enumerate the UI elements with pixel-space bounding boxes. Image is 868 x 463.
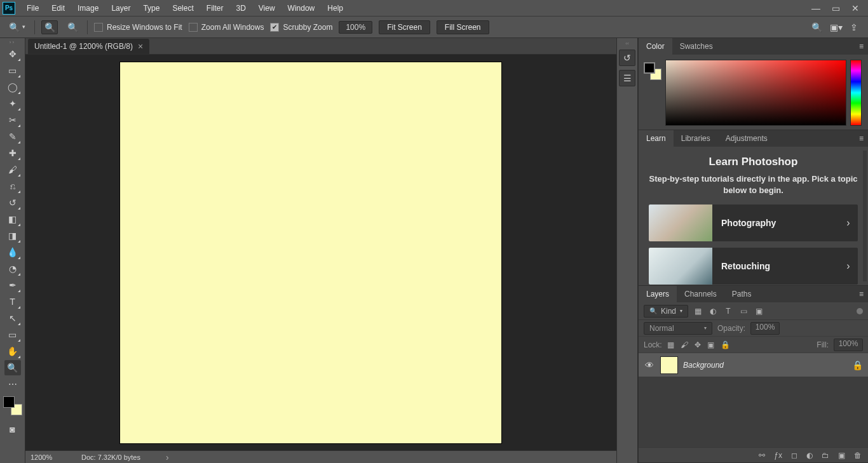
expand-panels-grip[interactable]: ‹‹ [625, 41, 628, 46]
zoom-percent-field[interactable]: 100% [339, 21, 372, 34]
checkbox-icon[interactable] [189, 23, 198, 32]
canvas[interactable] [120, 62, 501, 443]
filter-toggle-switch[interactable] [857, 308, 863, 314]
menu-view[interactable]: View [252, 0, 281, 17]
layer-thumbnail[interactable] [660, 356, 678, 374]
checkbox-icon[interactable] [94, 23, 103, 32]
dodge-tool[interactable]: ◔ [4, 261, 21, 276]
menu-filter[interactable]: Filter [200, 0, 230, 17]
lock-position-icon[interactable]: ✥ [695, 340, 701, 349]
quick-mask-toggle[interactable]: ◙ [4, 422, 21, 437]
resize-windows-option[interactable]: Resize Windows to Fit [94, 23, 182, 32]
panel-menu-icon[interactable]: ≡ [859, 134, 864, 143]
layer-row-background[interactable]: 👁 Background 🔒 [639, 353, 868, 377]
scrollbar[interactable] [863, 151, 867, 281]
maximize-button[interactable]: ▭ [832, 4, 840, 13]
type-tool[interactable]: T [4, 294, 21, 309]
lock-pixels-icon[interactable]: ▦ [667, 340, 674, 349]
tab-channels[interactable]: Channels [677, 286, 724, 302]
filter-adjust-icon[interactable]: ◐ [709, 307, 717, 316]
layers-filter-kind-dropdown[interactable]: 🔍 Kind ▾ [644, 305, 688, 318]
delete-layer-icon[interactable]: 🗑 [854, 451, 862, 460]
foreground-color-chip[interactable] [644, 62, 655, 74]
foreground-background-swatches[interactable] [3, 396, 22, 415]
tab-adjustments[interactable]: Adjustments [718, 130, 775, 147]
checkbox-checked-icon[interactable] [270, 23, 279, 32]
pen-tool[interactable]: ✒ [4, 278, 21, 293]
link-layers-icon[interactable]: ⚯ [759, 451, 765, 460]
panel-menu-icon[interactable]: ≡ [859, 42, 864, 51]
close-tab-icon[interactable]: × [138, 42, 143, 51]
tab-paths[interactable]: Paths [724, 286, 759, 302]
fill-field[interactable]: 100% [834, 339, 863, 351]
foreground-color-swatch[interactable] [3, 396, 15, 408]
panel-menu-icon[interactable]: ≡ [859, 290, 864, 299]
filter-shape-icon[interactable]: ▭ [739, 307, 748, 316]
zoom-all-option[interactable]: Zoom All Windows [189, 23, 264, 32]
search-icon[interactable]: 🔍 [811, 23, 822, 32]
menu-type[interactable]: Type [137, 0, 166, 17]
edit-toolbar-button[interactable]: ⋯ [4, 377, 21, 392]
brush-tool[interactable]: 🖌 [4, 162, 21, 177]
tab-libraries[interactable]: Libraries [674, 130, 718, 147]
hue-slider[interactable] [850, 60, 862, 126]
layer-group-icon[interactable]: 🗀 [822, 451, 829, 460]
menu-edit[interactable]: Edit [45, 0, 71, 17]
adjustment-layer-icon[interactable]: ◐ [806, 451, 813, 460]
menu-layer[interactable]: Layer [105, 0, 137, 17]
filter-pixel-icon[interactable]: ▦ [693, 307, 702, 316]
opacity-field[interactable]: 100% [750, 322, 780, 335]
layer-name-label[interactable]: Background [683, 361, 847, 370]
status-zoom[interactable]: 1200% [31, 453, 69, 461]
lock-all-icon[interactable]: 🔒 [721, 340, 730, 349]
path-select-tool[interactable]: ↖ [4, 311, 21, 326]
tab-layers[interactable]: Layers [639, 286, 677, 302]
eraser-tool[interactable]: ◧ [4, 211, 21, 227]
zoom-out-button[interactable]: 🔍 [64, 20, 81, 34]
menu-window[interactable]: Window [281, 0, 322, 17]
learn-card-photography[interactable]: Photography › [649, 205, 858, 241]
status-menu-icon[interactable]: › [166, 453, 169, 462]
filter-type-icon[interactable]: T [724, 307, 733, 316]
color-fg-bg-swatches[interactable] [644, 62, 661, 80]
layer-mask-icon[interactable]: ◻ [791, 451, 797, 460]
color-field-picker[interactable] [665, 60, 846, 126]
quick-select-tool[interactable]: ✦ [4, 96, 21, 111]
workspace-switcher-icon[interactable]: ▣▾ [830, 23, 843, 32]
fill-screen-button[interactable]: Fill Screen [437, 20, 489, 34]
move-tool[interactable]: ✥ [4, 46, 21, 62]
zoom-tool[interactable]: 🔍 [4, 360, 21, 375]
learn-card-retouching[interactable]: Retouching › [649, 248, 858, 285]
healing-tool[interactable]: ✚ [4, 145, 21, 161]
history-panel-collapsed[interactable]: ↺ [619, 50, 635, 66]
menu-help[interactable]: Help [321, 0, 349, 17]
share-icon[interactable]: ⇪ [850, 23, 858, 32]
blend-mode-dropdown[interactable]: Normal ▾ [644, 322, 712, 335]
shape-tool[interactable]: ▭ [4, 327, 21, 342]
current-tool-indicator[interactable]: 🔍 ▾ [6, 22, 28, 33]
lock-brush-icon[interactable]: 🖌 [681, 340, 688, 349]
status-docsize[interactable]: Doc: 7.32K/0 bytes [81, 453, 140, 461]
tab-color[interactable]: Color [639, 38, 672, 55]
scrubby-zoom-option[interactable]: Scrubby Zoom [270, 23, 332, 32]
menu-3d[interactable]: 3D [229, 0, 252, 17]
minimize-button[interactable]: — [811, 4, 820, 13]
canvas-viewport[interactable] [25, 55, 616, 450]
hand-tool[interactable]: ✋ [4, 344, 21, 359]
lock-artboard-icon[interactable]: ▣ [707, 340, 714, 349]
zoom-in-button[interactable]: 🔍 [41, 20, 58, 34]
menu-image[interactable]: Image [71, 0, 105, 17]
panel-grip[interactable]: ›› [0, 39, 25, 46]
new-layer-icon[interactable]: ▣ [838, 451, 845, 460]
tab-swatches[interactable]: Swatches [672, 38, 721, 55]
close-button[interactable]: ✕ [851, 4, 859, 13]
visibility-toggle-icon[interactable]: 👁 [644, 361, 655, 370]
crop-tool[interactable]: ✂ [4, 112, 21, 128]
eyedropper-tool[interactable]: ✎ [4, 129, 21, 144]
history-brush-tool[interactable]: ↺ [4, 195, 21, 210]
fit-screen-button[interactable]: Fit Screen [379, 20, 430, 34]
tab-learn[interactable]: Learn [639, 130, 674, 147]
menu-select[interactable]: Select [166, 0, 200, 17]
filter-smart-icon[interactable]: ▣ [754, 307, 763, 316]
marquee-tool[interactable]: ▭ [4, 63, 21, 78]
